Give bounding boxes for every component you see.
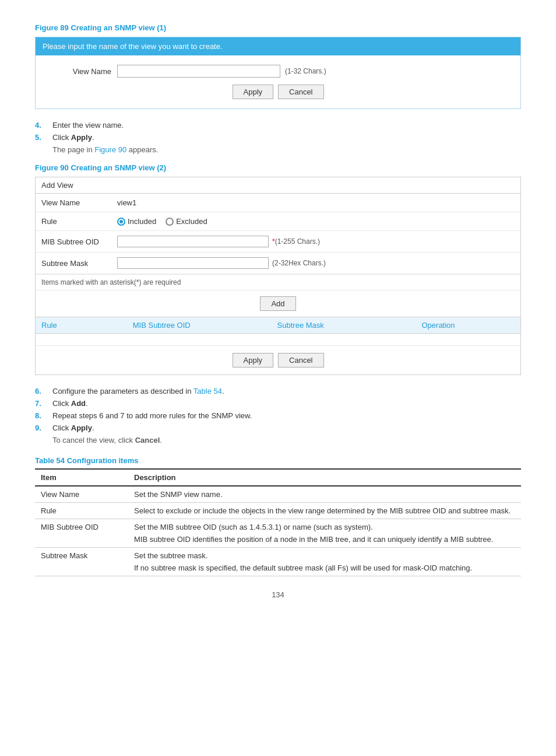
step9-num: 9.	[35, 424, 52, 432]
step8-num: 8.	[35, 411, 52, 420]
cancel-button-fig90[interactable]: Cancel	[278, 353, 323, 368]
asterisk-note: Items marked with an asterisk(*) are req…	[36, 274, 520, 290]
figure89-header: Please input the name of the view you wa…	[36, 37, 520, 55]
row3-desc: Set the MIB subtree OID (such as 1.4.5.3…	[128, 519, 521, 548]
step4-num: 4.	[35, 121, 52, 130]
subtree-mask-hint: (2-32Hex Chars.)	[272, 259, 326, 267]
row2-desc: Select to exclude or include the objects…	[128, 503, 521, 519]
step6-num: 6.	[35, 387, 52, 396]
row4-item: Subtree Mask	[35, 548, 128, 576]
subtree-mask-input[interactable]	[117, 257, 269, 269]
step5-num: 5.	[35, 133, 52, 142]
figure90-section-label: Add View	[36, 177, 520, 194]
step7-text: Click Add.	[52, 399, 521, 408]
figure89-title: Figure 89 Creating an SNMP view (1)	[35, 23, 521, 32]
col-desc: Description	[128, 469, 521, 486]
row1-desc: Set the SNMP view name.	[128, 486, 521, 503]
th-rule: Rule	[36, 317, 127, 333]
step6-text: Configure the parameters as described in…	[52, 387, 521, 396]
f90-viewname-label: View Name	[41, 198, 117, 207]
table-row: MIB Subtree OID Set the MIB subtree OID …	[35, 519, 521, 548]
step5-text: Click Apply.	[52, 133, 521, 142]
config-table: Item Description View Name Set the SNMP …	[35, 468, 521, 576]
mib-subtree-hint: *(1-255 Chars.)	[272, 237, 320, 246]
view-name-hint: (1-32 Chars.)	[285, 67, 326, 75]
f90-viewname-value: view1	[117, 198, 515, 207]
row1-item: View Name	[35, 486, 128, 503]
step5-sub: The page in Figure 90 appears.	[52, 145, 158, 154]
th-subtreemask: Subtree Mask	[272, 317, 416, 333]
step4-text: Enter the view name.	[52, 121, 521, 130]
table-row: Rule Select to exclude or include the ob…	[35, 503, 521, 519]
col-item: Item	[35, 469, 128, 486]
step8-text: Repeat steps 6 and 7 to add more rules f…	[52, 411, 521, 420]
th-mib: MIB Subtree OID	[127, 317, 272, 333]
figure89-box: Please input the name of the view you wa…	[35, 37, 521, 109]
row3-item: MIB Subtree OID	[35, 519, 128, 548]
table-row: Subtree Mask Set the subtree mask. If no…	[35, 548, 521, 576]
step9-text: Click Apply.	[52, 424, 521, 432]
step7-num: 7.	[35, 399, 52, 408]
rule-included-radio[interactable]: Included	[117, 217, 156, 226]
cancel-button-fig89[interactable]: Cancel	[278, 85, 323, 99]
table-row: View Name Set the SNMP view name.	[35, 486, 521, 503]
row2-item: Rule	[35, 503, 128, 519]
f90-subtreemask-label: Subtree Mask	[41, 259, 117, 268]
apply-button-fig90[interactable]: Apply	[233, 353, 274, 368]
f90-mib-label: MIB Subtree OID	[41, 237, 117, 246]
step9-sub: To cancel the view, click Cancel.	[52, 436, 162, 444]
table54-title: Table 54 Configuration items	[35, 456, 521, 465]
view-name-label: View Name	[47, 67, 117, 76]
th-operation: Operation	[416, 317, 520, 333]
apply-button-fig89[interactable]: Apply	[233, 85, 274, 99]
figure90-box: Add View View Name view1 Rule Included E…	[35, 177, 521, 375]
mib-subtree-input[interactable]	[117, 236, 269, 247]
figure90-title: Figure 90 Creating an SNMP view (2)	[35, 163, 521, 172]
add-button[interactable]: Add	[260, 296, 295, 311]
rule-excluded-radio[interactable]: Excluded	[166, 217, 207, 226]
page-number: 134	[35, 590, 521, 599]
view-name-input[interactable]	[117, 65, 280, 78]
f90-rule-label: Rule	[41, 217, 117, 226]
row4-desc: Set the subtree mask. If no subtree mask…	[128, 548, 521, 576]
